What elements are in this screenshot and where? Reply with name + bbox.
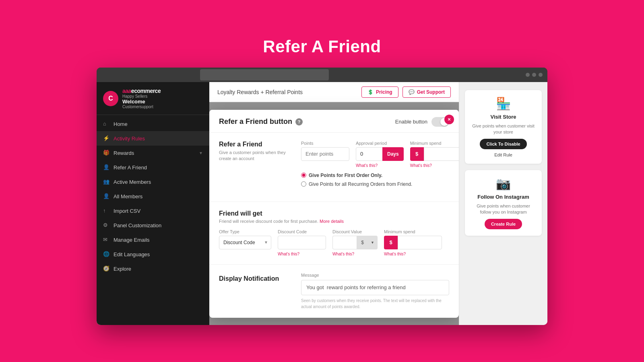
radio-recurring-orders: Give Points for all Recurring Orders fro…	[301, 181, 459, 187]
more-details-link[interactable]: More details	[320, 219, 344, 224]
sidebar-welcome-name: Welcome	[122, 99, 161, 105]
modal-header: Refer a Friend button ? Enable button	[209, 110, 459, 133]
discount-value-input[interactable]	[332, 236, 357, 249]
days-button[interactable]: Days	[382, 147, 404, 161]
globe-icon: 🌐	[103, 251, 109, 257]
user-plus-icon: 👤	[103, 164, 109, 171]
notif-message-label: Message	[301, 273, 449, 278]
main-header: Loyalty Rewards + Referral Points 💲 Pric…	[209, 82, 459, 102]
display-notification-section: Display Notification Message Seen by cus…	[209, 265, 459, 318]
sidebar-item-rewards[interactable]: 🎁 Rewards ▼	[97, 146, 209, 160]
chevron-down-icon: ▼	[199, 151, 203, 155]
compass-icon: 🧭	[103, 265, 109, 272]
sidebar-logo: aaaecommerce	[122, 88, 161, 94]
section-header-row: Refer a Friend Give a customer points wh…	[219, 141, 449, 187]
friend-min-spend-field-group: Minimum spend $ What's this?	[384, 229, 442, 256]
refer-a-friend-section: Refer a Friend Give a customer points wh…	[209, 133, 459, 202]
sidebar-item-label: Refer A Friend	[114, 165, 147, 171]
modal-title: Refer a Friend button	[219, 117, 292, 126]
sidebar-brand: C aaaecommerce Happy Sellers Welcome Cus…	[97, 82, 209, 115]
sidebar-item-panel-customization[interactable]: ⚙ Panel Customization	[97, 218, 209, 232]
whats-this-code[interactable]: What's this?	[278, 252, 326, 256]
browser-dot-3	[539, 73, 543, 77]
approval-input[interactable]	[356, 147, 384, 161]
discount-code-field-group: Discount Code What's this?	[278, 229, 326, 256]
sidebar-item-label: Rewards	[114, 150, 134, 156]
page-title: Refer A Friend	[263, 37, 381, 56]
radio-first-order-label: Give Points for First Order Only.	[309, 173, 382, 178]
follow-instagram-desc: Give points when customer follow you on …	[471, 203, 535, 216]
right-panel: 🏪 Visit Store Give points when customer …	[459, 82, 547, 325]
radio-first-order-input[interactable]	[301, 173, 306, 178]
whats-this-min-spend[interactable]: What's this?	[410, 163, 459, 168]
sidebar-item-active-members[interactable]: 👥 Active Members	[97, 175, 209, 189]
instagram-icon: 📷	[496, 177, 511, 191]
discount-code-input[interactable]	[278, 236, 326, 249]
sidebar-item-all-members[interactable]: 👤 All Members	[97, 189, 209, 204]
offer-type-label: Offer Type	[219, 229, 271, 234]
mail-icon: ✉	[103, 237, 109, 243]
pricing-icon: 💲	[367, 89, 374, 95]
points-input[interactable]	[301, 147, 349, 161]
visit-store-icon: 🏪	[496, 97, 511, 111]
sidebar-item-label: Edit Languages	[114, 251, 150, 257]
click-to-disable-button[interactable]: Click To Disable	[480, 139, 526, 149]
section-desc: Give a customer points when they create …	[219, 150, 291, 162]
whats-this-min[interactable]: What's this?	[384, 252, 442, 256]
sidebar-item-label: Home	[114, 121, 128, 127]
friend-min-spend-input[interactable]	[398, 236, 442, 249]
radio-recurring-input[interactable]	[301, 181, 306, 187]
radio-first-order: Give Points for First Order Only.	[301, 173, 459, 178]
sidebar: C aaaecommerce Happy Sellers Welcome Cus…	[97, 82, 209, 325]
upload-icon: ↑	[103, 208, 109, 214]
sidebar-item-label: Panel Customization	[114, 222, 161, 228]
dollar-button[interactable]: $	[410, 147, 424, 161]
gift-icon: 🎁	[103, 150, 109, 156]
sidebar-item-refer-a-friend[interactable]: 👤 Refer A Friend	[97, 160, 209, 175]
modal-dialog: Refer a Friend button ? Enable button	[209, 110, 459, 318]
header-title: Loyalty Rewards + Referral Points	[217, 89, 357, 95]
discount-code-label: Discount Code	[278, 229, 326, 234]
sidebar-item-manage-emails[interactable]: ✉ Manage Emails	[97, 232, 209, 247]
discount-value-wrap: $ ▼	[332, 236, 378, 249]
currency-dropdown-icon[interactable]: ▼	[368, 236, 378, 249]
sidebar-item-import-csv[interactable]: ↑ Import CSV	[97, 204, 209, 218]
whats-this-approval[interactable]: What's this?	[356, 163, 404, 168]
activity-icon: ⚡	[103, 135, 109, 142]
follow-instagram-title: Follow On Instagram	[477, 194, 529, 200]
support-label: Get Support	[417, 89, 445, 95]
sidebar-item-label: Activity Rules	[114, 136, 145, 142]
friend-dollar-button[interactable]: $	[384, 236, 398, 249]
discount-value-label: Discount Value	[332, 229, 378, 234]
browser-dot-2	[532, 73, 536, 77]
offer-type-select[interactable]: Discount Code Free Shipping Percentage	[219, 236, 271, 249]
points-field-group: Points	[301, 141, 349, 161]
offer-fields: Offer Type Discount Code Free Shipping P…	[219, 229, 449, 256]
sidebar-item-edit-languages[interactable]: 🌐 Edit Languages	[97, 247, 209, 261]
whats-this-value[interactable]: What's this?	[332, 252, 378, 256]
radio-options: Give Points for First Order Only. Give P…	[301, 173, 459, 187]
points-label: Points	[301, 141, 349, 146]
modal-close-button[interactable]: ×	[444, 115, 454, 124]
radio-recurring-label: Give Points for all Recurring Orders fro…	[309, 181, 412, 187]
get-support-button[interactable]: 💬 Get Support	[402, 86, 451, 98]
browser-titlebar	[97, 68, 547, 82]
discount-value-field-group: Discount Value $ ▼	[332, 229, 378, 256]
follow-instagram-card: 📷 Follow On Instagram Give points when c…	[465, 170, 542, 236]
min-spend-input[interactable]	[424, 147, 459, 161]
sidebar-item-explore[interactable]: 🧭 Explore	[97, 261, 209, 276]
help-icon[interactable]: ?	[295, 118, 303, 125]
enable-row: Enable button	[395, 117, 449, 127]
fields-row: Points Approval period	[301, 141, 459, 168]
sidebar-item-activity-rules[interactable]: ⚡ Activity Rules	[97, 131, 209, 146]
sidebar-item-home[interactable]: ⌂ Home	[97, 117, 209, 131]
currency-symbol: $	[357, 236, 368, 249]
sidebar-item-label: Import CSV	[114, 208, 140, 214]
pricing-button[interactable]: 💲 Pricing	[361, 86, 398, 98]
sidebar-item-label: Active Members	[114, 179, 151, 185]
notification-message-input[interactable]	[301, 280, 449, 295]
browser-controls	[526, 73, 543, 77]
modal-overlay[interactable]: Refer a Friend button ? Enable button	[209, 102, 459, 325]
edit-rule-link[interactable]: Edit Rule	[494, 152, 512, 157]
create-rule-button[interactable]: Create Rule	[485, 219, 522, 229]
